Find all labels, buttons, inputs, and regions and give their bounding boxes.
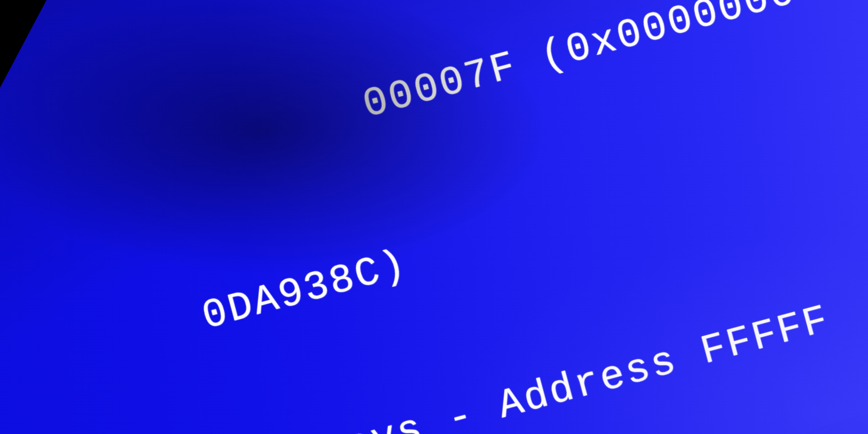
bsod-screen: 00007F (0x0000000 0DA938C) *** dxgmms1.s…	[0, 0, 868, 434]
dark-corner	[0, 0, 47, 88]
bsod-text: 00007F (0x0000000 0DA938C) *** dxgmms1.s…	[0, 0, 868, 434]
